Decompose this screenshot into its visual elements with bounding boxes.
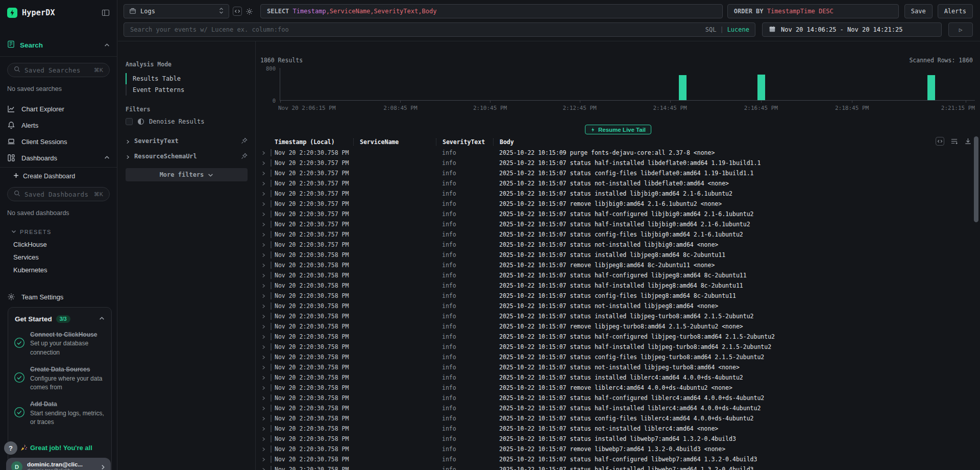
- row-expand-icon[interactable]: [261, 202, 271, 206]
- save-button[interactable]: Save: [904, 4, 933, 18]
- row-expand-icon[interactable]: [261, 232, 271, 237]
- sidebar-item-dashboards[interactable]: Dashboards: [0, 150, 117, 166]
- pin-icon[interactable]: [241, 136, 248, 146]
- row-expand-icon[interactable]: [261, 355, 271, 360]
- sidebar-item-team-settings[interactable]: Team Settings: [0, 288, 117, 306]
- table-row[interactable]: Nov 20 2:20:30.758 PMinfo2025-10-22 10:1…: [256, 270, 967, 280]
- sidebar-preset-services[interactable]: Services: [0, 251, 117, 264]
- table-row[interactable]: Nov 20 2:20:30.757 PMinfo2025-10-22 10:1…: [256, 219, 967, 229]
- code-view-button[interactable]: [233, 7, 242, 16]
- table-row[interactable]: Nov 20 2:20:30.757 PMinfo2025-10-22 10:1…: [256, 209, 967, 219]
- scrollbar-thumb[interactable]: [974, 136, 978, 222]
- gear-icon-button[interactable]: [246, 8, 253, 15]
- sidebar-item-chart-explorer[interactable]: Chart Explorer: [0, 101, 117, 117]
- table-row[interactable]: Nov 20 2:20:30.758 PMinfo2025-10-22 10:1…: [256, 403, 967, 413]
- saved-dashboards-input[interactable]: Saved Dashboards ⌘K: [7, 187, 110, 201]
- chart-plot[interactable]: Nov 20 2:06:15 PM2:08:45 PM2:10:45 PM2:1…: [280, 68, 975, 101]
- table-row[interactable]: Nov 20 2:20:30.758 PMinfo2025-10-22 10:1…: [256, 301, 967, 311]
- table-row[interactable]: Nov 20 2:20:30.758 PMinfo2025-10-22 10:1…: [256, 332, 967, 342]
- get-started-header[interactable]: Get Started 3/3: [8, 308, 111, 326]
- row-expand-icon[interactable]: [261, 192, 271, 196]
- sidebar-preset-kubernetes[interactable]: Kubernetes: [0, 264, 117, 276]
- table-row[interactable]: Nov 20 2:20:30.758 PMinfo2025-10-22 10:1…: [256, 454, 967, 464]
- row-expand-icon[interactable]: [261, 243, 271, 247]
- row-expand-icon[interactable]: [261, 335, 271, 339]
- row-expand-icon[interactable]: [261, 396, 271, 401]
- row-expand-icon[interactable]: [261, 294, 271, 298]
- select-query-input[interactable]: SELECT Timestamp ,ServiceName,SeverityTe…: [260, 4, 723, 18]
- histogram-bar[interactable]: [679, 75, 687, 100]
- table-row[interactable]: Nov 20 2:20:30.758 PMinfo2025-10-22 10:1…: [256, 311, 967, 321]
- denoise-checkbox[interactable]: [126, 118, 133, 125]
- row-expand-icon[interactable]: [261, 365, 271, 370]
- row-expand-icon[interactable]: [261, 314, 271, 319]
- table-row[interactable]: Nov 20 2:20:30.758 PMinfo2025-10-22 10:1…: [256, 148, 967, 158]
- user-profile-chip[interactable]: D dominic.tran@clic... dominic.tran@clic…: [6, 458, 111, 470]
- row-expand-icon[interactable]: [261, 253, 271, 257]
- table-row[interactable]: Nov 20 2:20:30.757 PMinfo2025-10-22 10:1…: [256, 199, 967, 209]
- saved-searches-input[interactable]: Saved Searches ⌘K: [7, 63, 110, 77]
- row-expand-icon[interactable]: [261, 212, 271, 217]
- table-row[interactable]: Nov 20 2:20:30.758 PMinfo2025-10-22 10:1…: [256, 393, 967, 403]
- row-expand-icon[interactable]: [261, 457, 271, 462]
- table-row[interactable]: Nov 20 2:20:30.758 PMinfo2025-10-22 10:1…: [256, 260, 967, 270]
- alerts-button[interactable]: Alerts: [938, 4, 973, 18]
- table-row[interactable]: Nov 20 2:20:30.758 PMinfo2025-10-22 10:1…: [256, 424, 967, 434]
- histogram-bar[interactable]: [927, 75, 935, 100]
- get-started-step[interactable]: Add DataStart sending logs, metrics, or …: [8, 396, 111, 431]
- table-row[interactable]: Nov 20 2:20:30.758 PMinfo2025-10-22 10:1…: [256, 321, 967, 332]
- table-row[interactable]: Nov 20 2:20:30.758 PMinfo2025-10-22 10:1…: [256, 280, 967, 291]
- resume-live-tail-button[interactable]: Resume Live Tail: [585, 125, 651, 134]
- analysis-mode-event-patterns[interactable]: Event Patterns: [126, 84, 248, 96]
- row-expand-icon[interactable]: [261, 151, 271, 155]
- row-expand-icon[interactable]: [261, 263, 271, 268]
- column-header-timestamp[interactable]: Timestamp (Local): [271, 138, 353, 146]
- column-header-severitytext[interactable]: SeverityText: [436, 138, 493, 146]
- table-row[interactable]: Nov 20 2:20:30.757 PMinfo2025-10-22 10:1…: [256, 158, 967, 168]
- row-expand-icon[interactable]: [261, 324, 271, 329]
- lucene-toggle[interactable]: Lucene: [727, 26, 749, 33]
- row-expand-icon[interactable]: [261, 181, 271, 186]
- row-expand-icon[interactable]: [261, 171, 271, 176]
- table-row[interactable]: Nov 20 2:20:30.758 PMinfo2025-10-22 10:1…: [256, 434, 967, 444]
- row-expand-icon[interactable]: [261, 273, 271, 278]
- sql-toggle[interactable]: SQL: [705, 26, 717, 33]
- table-row[interactable]: Nov 20 2:20:30.757 PMinfo2025-10-22 10:1…: [256, 189, 967, 199]
- row-expand-icon[interactable]: [261, 304, 271, 309]
- sidebar-item-client-sessions[interactable]: Client Sessions: [0, 133, 117, 150]
- orderby-input[interactable]: ORDER BY TimestampTime DESC: [727, 4, 899, 18]
- table-row[interactable]: Nov 20 2:20:30.758 PMinfo2025-10-22 10:1…: [256, 372, 967, 383]
- search-input[interactable]: [124, 22, 755, 37]
- source-select[interactable]: Logs: [124, 4, 229, 18]
- sidebar-preset-clickhouse[interactable]: ClickHouse: [0, 238, 117, 251]
- histogram-bar[interactable]: [757, 75, 765, 100]
- row-expand-icon[interactable]: [261, 447, 271, 452]
- table-row[interactable]: Nov 20 2:20:30.757 PMinfo2025-10-22 10:1…: [256, 240, 967, 250]
- denoise-results-toggle[interactable]: Denoise Results: [126, 118, 248, 125]
- table-row[interactable]: Nov 20 2:20:30.758 PMinfo2025-10-22 10:1…: [256, 291, 967, 301]
- row-expand-icon[interactable]: [261, 427, 271, 431]
- row-expand-icon[interactable]: [261, 416, 271, 421]
- filter-group-severitytext[interactable]: SeverityText: [126, 133, 248, 149]
- sidebar-collapse-icon[interactable]: [102, 9, 110, 17]
- more-filters-button[interactable]: More filters: [126, 168, 248, 181]
- table-row[interactable]: Nov 20 2:20:30.758 PMinfo2025-10-22 10:1…: [256, 352, 967, 362]
- date-range-input[interactable]: Nov 20 14:06:25 - Nov 20 14:21:25: [762, 22, 942, 37]
- table-row[interactable]: Nov 20 2:20:30.758 PMinfo2025-10-22 10:1…: [256, 362, 967, 372]
- table-row[interactable]: Nov 20 2:20:30.757 PMinfo2025-10-22 10:1…: [256, 178, 967, 189]
- analysis-mode-results-table[interactable]: Results Table: [126, 73, 248, 84]
- table-row[interactable]: Nov 20 2:20:30.758 PMinfo2025-10-22 10:1…: [256, 413, 967, 424]
- row-expand-icon[interactable]: [261, 284, 271, 288]
- row-expand-icon[interactable]: [261, 437, 271, 441]
- row-expand-icon[interactable]: [261, 222, 271, 227]
- presets-header[interactable]: PRESETS: [0, 226, 117, 238]
- table-row[interactable]: Nov 20 2:20:30.758 PMinfo2025-10-22 10:1…: [256, 383, 967, 393]
- row-expand-icon[interactable]: [261, 386, 271, 390]
- sidebar-item-alerts[interactable]: Alerts: [0, 117, 117, 133]
- row-expand-icon[interactable]: [261, 467, 271, 470]
- table-row[interactable]: Nov 20 2:20:30.757 PMinfo2025-10-22 10:1…: [256, 229, 967, 240]
- column-header-body[interactable]: Body: [493, 138, 967, 146]
- table-row[interactable]: Nov 20 2:20:30.758 PMinfo2025-10-22 10:1…: [256, 444, 967, 454]
- sidebar-item-search[interactable]: Search: [0, 35, 117, 55]
- filter-group-resourceschemaurl[interactable]: ResourceSchemaUrl: [126, 149, 248, 164]
